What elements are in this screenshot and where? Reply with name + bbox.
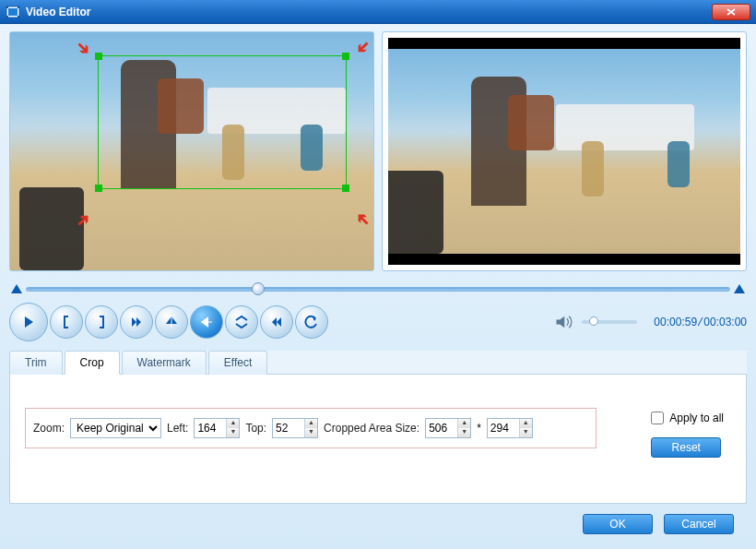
crop-handle-tl[interactable] xyxy=(95,53,102,60)
width-spinner[interactable]: ▲▼ xyxy=(425,418,471,438)
svg-rect-2 xyxy=(6,6,8,8)
spin-up-icon[interactable]: ▲ xyxy=(227,419,239,428)
timeline[interactable] xyxy=(11,280,745,297)
crop-handle-br[interactable] xyxy=(342,185,349,192)
crop-panel: Zoom: Keep Original Left: ▲▼ Top: ▲▼ Cro… xyxy=(9,375,747,504)
svg-rect-4 xyxy=(18,6,19,8)
rotate-button[interactable] xyxy=(225,305,258,339)
spin-down-icon[interactable]: ▼ xyxy=(458,428,470,437)
preview-row: ➔ ➔ ➔ ➔ xyxy=(9,31,747,271)
reset-button[interactable]: Reset xyxy=(651,437,721,458)
spin-down-icon[interactable]: ▼ xyxy=(520,428,532,437)
timeline-track[interactable] xyxy=(26,287,730,292)
playback-controls: 00:00:59/00:03:00 xyxy=(9,303,747,341)
height-input[interactable] xyxy=(488,422,519,435)
zoom-label: Zoom: xyxy=(33,422,65,435)
flip-horizontal-button[interactable] xyxy=(155,305,188,339)
spin-up-icon[interactable]: ▲ xyxy=(458,419,470,428)
svg-rect-5 xyxy=(18,16,19,18)
arrow-icon: ➔ xyxy=(350,36,374,60)
left-label: Left: xyxy=(167,422,188,435)
cancel-button[interactable]: Cancel xyxy=(664,514,734,534)
area-label: Cropped Area Size: xyxy=(324,422,419,435)
tab-trim[interactable]: Trim xyxy=(9,351,63,375)
volume-thumb[interactable] xyxy=(589,316,598,326)
timeline-end-marker[interactable] xyxy=(734,284,745,293)
window-body: ➔ ➔ ➔ ➔ xyxy=(0,24,756,549)
play-button[interactable] xyxy=(9,303,48,341)
spin-up-icon[interactable]: ▲ xyxy=(520,419,532,428)
dialog-buttons: OK Cancel xyxy=(583,514,734,534)
output-preview xyxy=(382,31,747,271)
skip-back-button[interactable] xyxy=(260,305,293,339)
left-spinner[interactable]: ▲▼ xyxy=(194,418,240,438)
bracket-open-button[interactable] xyxy=(50,305,83,339)
bracket-close-button[interactable] xyxy=(85,305,118,339)
source-preview[interactable]: ➔ ➔ ➔ ➔ xyxy=(9,31,374,271)
undo-button[interactable] xyxy=(295,305,328,339)
tab-effect[interactable]: Effect xyxy=(208,351,267,375)
close-icon xyxy=(726,8,736,16)
window-title: Video Editor xyxy=(26,6,712,18)
volume-icon[interactable] xyxy=(554,313,573,331)
app-icon xyxy=(6,5,20,19)
top-label: Top: xyxy=(245,422,266,435)
next-frame-button[interactable] xyxy=(120,305,153,339)
top-input[interactable] xyxy=(273,422,304,435)
svg-rect-3 xyxy=(6,16,8,18)
arrow-icon: ➔ xyxy=(71,36,95,60)
flip-vertical-button[interactable] xyxy=(190,305,223,339)
apply-all-label: Apply to all xyxy=(669,412,724,424)
volume-slider[interactable] xyxy=(582,320,637,324)
spin-up-icon[interactable]: ▲ xyxy=(305,419,317,428)
tab-crop[interactable]: Crop xyxy=(65,351,120,375)
height-spinner[interactable]: ▲▼ xyxy=(487,418,533,438)
spin-down-icon[interactable]: ▼ xyxy=(305,428,317,437)
tab-bar: Trim Crop Watermark Effect xyxy=(9,351,747,375)
crop-handle-tr[interactable] xyxy=(342,53,349,60)
spin-down-icon[interactable]: ▼ xyxy=(227,428,239,437)
crop-handle-bl[interactable] xyxy=(95,185,102,192)
top-spinner[interactable]: ▲▼ xyxy=(272,418,318,438)
width-input[interactable] xyxy=(426,422,457,435)
left-input[interactable] xyxy=(195,422,226,435)
title-bar: Video Editor xyxy=(0,0,756,24)
svg-rect-1 xyxy=(8,8,18,16)
time-display: 00:00:59/00:03:00 xyxy=(654,316,747,329)
ok-button[interactable]: OK xyxy=(583,514,653,534)
apply-all-checkbox[interactable]: Apply to all xyxy=(651,412,724,424)
arrow-icon: ➔ xyxy=(350,208,374,232)
size-separator: * xyxy=(477,422,481,435)
crop-rectangle[interactable] xyxy=(98,55,347,189)
timeline-start-marker[interactable] xyxy=(11,284,22,293)
zoom-select[interactable]: Keep Original xyxy=(70,418,161,438)
timeline-thumb[interactable] xyxy=(252,282,265,295)
crop-controls-group: Zoom: Keep Original Left: ▲▼ Top: ▲▼ Cro… xyxy=(25,408,597,448)
apply-all-input[interactable] xyxy=(651,412,664,424)
tab-watermark[interactable]: Watermark xyxy=(122,351,207,375)
close-button[interactable] xyxy=(712,4,750,20)
